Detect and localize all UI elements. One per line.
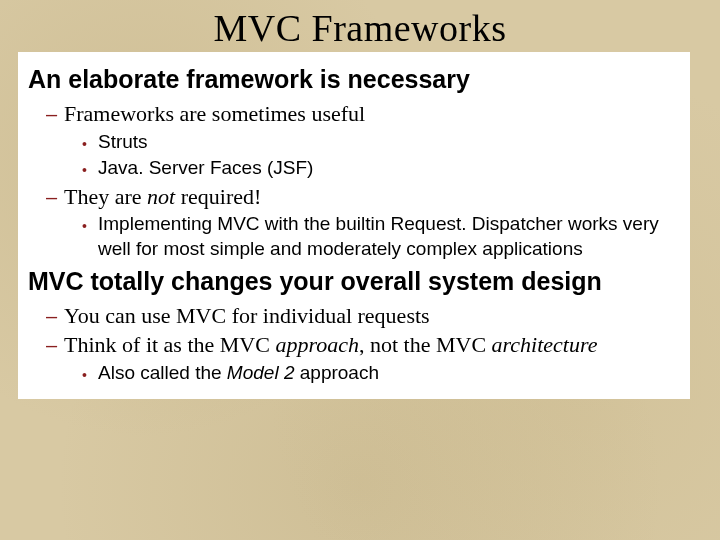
dash-item: – You can use MVC for individual request… [46,302,680,330]
slide-content: An elaborate framework is necessary – Fr… [18,52,690,399]
bullet-item: • Java. Server Faces (JSF) [82,156,680,181]
heading-2: MVC totally changes your overall system … [28,266,680,296]
dash-icon: – [46,100,64,127]
text-pre: Also called the [98,362,227,383]
bullet-icon: • [82,212,98,235]
dash-icon: – [46,302,64,329]
bullet-icon: • [82,156,98,179]
text-em: not [147,184,175,209]
dash-item: – Frameworks are sometimes useful [46,100,680,128]
bullet-text: Struts [98,130,680,155]
bullet-item: • Also called the Model 2 approach [82,361,680,386]
slide: MVC Frameworks An elaborate framework is… [0,0,720,540]
bullet-text: Implementing MVC with the builtin Reques… [98,212,680,261]
bullet-text: Java. Server Faces (JSF) [98,156,680,181]
dash-text: They are not required! [64,183,680,211]
dash-text: You can use MVC for individual requests [64,302,680,330]
text-pre: Think of it as the MVC [64,332,275,357]
text-em: Model 2 [227,362,295,383]
dash-item: – Think of it as the MVC approach, not t… [46,331,680,359]
dash-text: Think of it as the MVC approach, not the… [64,331,680,359]
bullet-text: Also called the Model 2 approach [98,361,680,386]
dash-text: Frameworks are sometimes useful [64,100,680,128]
heading-1: An elaborate framework is necessary [28,64,680,94]
bullet-icon: • [82,130,98,153]
dash-icon: – [46,331,64,358]
text-em2: architecture [492,332,598,357]
bullet-item: • Implementing MVC with the builtin Requ… [82,212,680,261]
dash-item: – They are not required! [46,183,680,211]
text-post: , not the MVC [359,332,492,357]
text-post: required! [175,184,261,209]
text-pre: They are [64,184,147,209]
text-post: approach [294,362,379,383]
bullet-item: • Struts [82,130,680,155]
bullet-icon: • [82,361,98,384]
slide-title: MVC Frameworks [0,0,720,50]
text-em: approach [275,332,359,357]
dash-icon: – [46,183,64,210]
